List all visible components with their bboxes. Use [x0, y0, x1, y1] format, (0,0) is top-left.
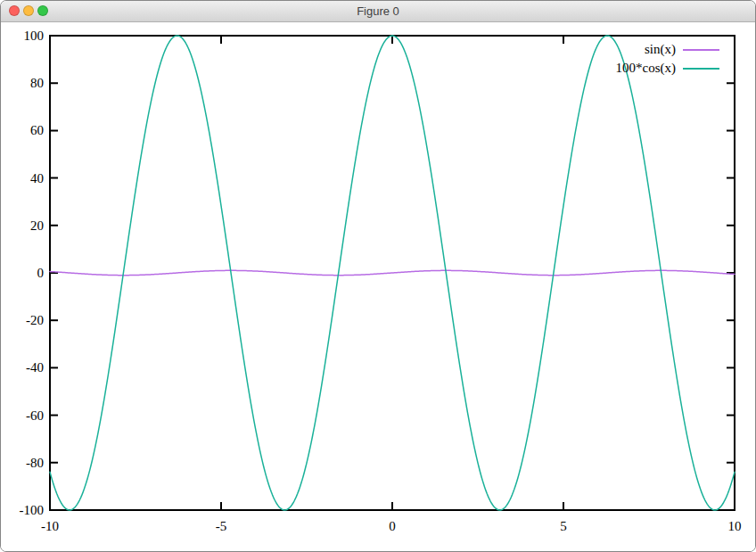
gnuplot-window: Figure 0 -10-50510-100-80-60-40-20020406…	[0, 0, 756, 552]
y-tick-label: 40	[30, 171, 44, 185]
x-tick-label: 10	[728, 519, 742, 533]
y-tick-label: 20	[30, 218, 44, 233]
y-tick-label: 60	[30, 123, 44, 137]
window-title: Figure 0	[1, 1, 755, 21]
y-tick-label: -80	[26, 456, 44, 470]
y-tick-label: -20	[26, 313, 44, 327]
legend-label: sin(x)	[645, 42, 676, 57]
y-tick-label: 0	[37, 266, 45, 280]
x-tick-label: 0	[389, 519, 396, 533]
plot-area: -10-50510-100-80-60-40-20020406080100sin…	[1, 22, 755, 551]
y-tick-label: -60	[26, 408, 44, 423]
series-line-sin	[50, 270, 735, 275]
y-tick-label: -40	[26, 360, 44, 375]
x-tick-label: -10	[41, 519, 59, 533]
y-tick-label: -100	[20, 503, 45, 517]
x-tick-label: 5	[560, 519, 567, 533]
x-tick-label: -5	[216, 519, 227, 533]
titlebar[interactable]: Figure 0	[1, 1, 755, 22]
legend-label: 100*cos(x)	[616, 61, 677, 76]
y-tick-label: 80	[30, 76, 44, 90]
y-tick-label: 100	[24, 29, 45, 43]
chart-canvas: -10-50510-100-80-60-40-20020406080100sin…	[1, 22, 755, 552]
